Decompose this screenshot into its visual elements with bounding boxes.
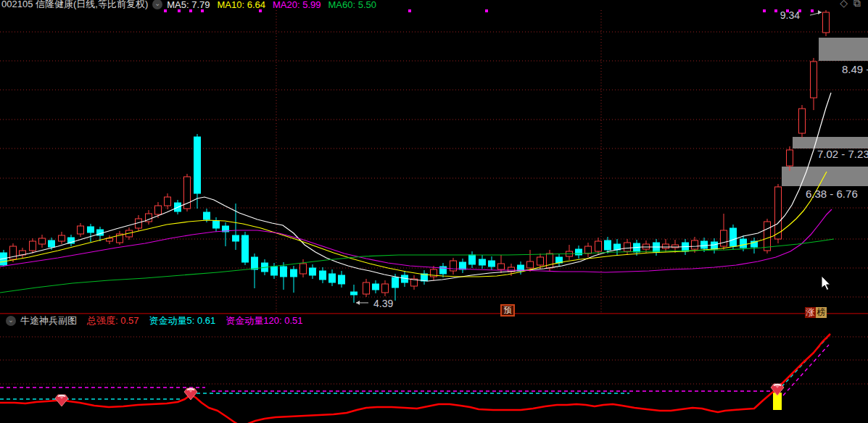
candle-down	[711, 242, 718, 249]
total-strength-value: 总强度: 0.57	[87, 314, 139, 327]
candle-up	[165, 197, 171, 206]
gap-band-label: 6.38 - 6.76	[806, 188, 858, 200]
candle-up	[721, 230, 727, 246]
candle-up	[537, 257, 544, 265]
diamond-icon[interactable]: ◇	[840, 0, 848, 9]
chart-canvas[interactable]: 8.49 - 8.927.02 - 7.236.38 - 6.769.344.3…	[0, 0, 868, 423]
ma20-label: MA20: 5.99	[273, 0, 321, 10]
strength-line	[0, 334, 830, 423]
candle-down	[740, 239, 747, 248]
candle-up	[450, 261, 457, 271]
candle-up	[300, 264, 307, 274]
stock-chart-window: 8.49 - 8.927.02 - 7.236.38 - 6.769.344.3…	[0, 0, 868, 423]
candle-up	[811, 62, 817, 98]
candle-up	[547, 254, 553, 268]
fund-momentum120-value: 资金动量120: 0.51	[226, 314, 302, 327]
ma10-label: MA10: 6.64	[218, 0, 266, 10]
svg-text:9.34: 9.34	[780, 9, 800, 21]
gap-band-label: 7.02 - 7.23	[817, 148, 868, 160]
candle-up	[363, 282, 370, 294]
candle-up	[527, 261, 534, 268]
svg-text:4.39: 4.39	[373, 298, 393, 309]
ma-line-ma5	[0, 93, 831, 281]
candle-up	[692, 240, 698, 249]
gem-marker	[771, 384, 784, 395]
candle-down	[281, 267, 287, 277]
candle-down	[489, 261, 495, 267]
candle-up	[595, 241, 602, 251]
candle-down	[469, 255, 476, 264]
candle-down	[730, 228, 737, 246]
candle-up	[382, 284, 389, 293]
candle-up	[30, 241, 36, 251]
indicator-title[interactable]: 牛途神兵副图	[20, 314, 77, 327]
candle-down	[242, 235, 249, 262]
candle-up	[155, 206, 162, 214]
candle-down	[271, 267, 278, 275]
main-chart-header: 002105 信隆健康(日线,等比前复权) ⌄ MA5: 7.79 MA10: …	[1, 0, 384, 11]
candle-up	[823, 12, 830, 33]
window-icon[interactable]: ⧉	[853, 0, 861, 9]
forecast-badge[interactable]: 预	[500, 304, 515, 317]
gainers-rank-badge[interactable]: 涨 榜	[805, 307, 827, 318]
candle-up	[624, 243, 631, 251]
candle-up	[764, 222, 771, 251]
candle-down	[392, 277, 399, 288]
sub-grid	[0, 337, 868, 384]
candle-down	[605, 240, 611, 250]
mouse-cursor	[822, 276, 830, 290]
window-corner-icons: ◇ ⧉	[840, 0, 861, 9]
candle-up	[585, 246, 592, 254]
sub-chart-header: ⌄ 牛途神兵副图 总强度: 0.57 资金动量5: 0.61 资金动量120: …	[1, 314, 303, 327]
ma-line-ma10	[0, 172, 827, 277]
gap-band-label: 8.49 - 8.92	[842, 63, 868, 75]
candle-down	[291, 269, 297, 277]
candle-up	[787, 150, 793, 166]
candle-down	[329, 274, 336, 282]
zhang-char: 涨	[805, 307, 816, 318]
candle-down	[252, 257, 258, 269]
threshold-line	[783, 345, 829, 395]
candle-up	[498, 264, 505, 269]
candle-down	[320, 271, 326, 280]
candle-down	[460, 262, 466, 269]
candle-down	[233, 235, 239, 241]
candle-down	[88, 227, 94, 233]
chevron-down-icon[interactable]: ⌄	[6, 316, 16, 326]
gem-marker	[55, 395, 68, 406]
price-label: 4.39	[356, 298, 393, 309]
candle-down	[701, 241, 708, 248]
candle-down	[576, 249, 582, 255]
candlesticks[interactable]	[1, 10, 830, 303]
candle-down	[49, 240, 55, 247]
candle-down	[310, 268, 316, 275]
candle-up	[59, 235, 65, 241]
ma5-label: MA5: 7.79	[167, 0, 210, 10]
candle-up	[78, 226, 84, 234]
candle-down	[194, 137, 201, 193]
candle-down	[351, 292, 357, 295]
candle-up	[799, 109, 806, 133]
candle-down	[373, 284, 379, 290]
bang-char: 榜	[816, 307, 827, 318]
stock-title[interactable]: 002105 信隆健康(日线,等比前复权)	[1, 0, 148, 11]
candle-down	[479, 259, 486, 265]
candle-up	[775, 187, 782, 239]
candle-up	[39, 238, 46, 244]
chevron-down-icon[interactable]: ⌄	[152, 0, 162, 9]
candle-down	[213, 221, 220, 228]
candle-up	[663, 244, 669, 248]
candle-down	[204, 212, 210, 219]
fund-momentum5-value: 资金动量5: 0.61	[149, 314, 216, 327]
ma60-label: MA60: 5.50	[328, 0, 377, 10]
candle-down	[339, 275, 345, 284]
